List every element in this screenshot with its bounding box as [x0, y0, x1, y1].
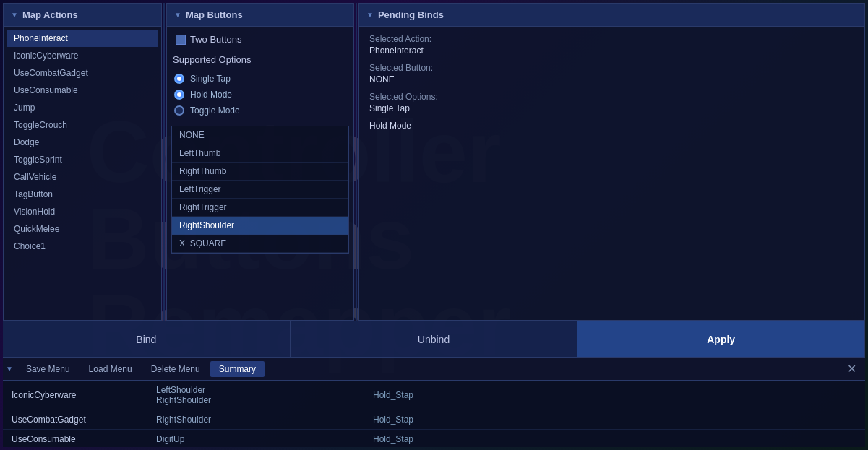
pending-binds-content: Selected Action: PhoneInteract Selected …: [359, 27, 864, 320]
summary-table: IconicCyberwareLeftShoulder RightShoulde…: [3, 381, 865, 447]
button-list-item[interactable]: RightShoulder: [172, 217, 348, 235]
divider-2: [356, 3, 357, 321]
button-type-label: Two Buttons: [190, 34, 242, 45]
pending-option-value: Hold Mode: [369, 121, 854, 131]
button-dropdown-area[interactable]: NONELeftThumbRightThumbLeftTriggerRightT…: [171, 126, 349, 254]
map-actions-list: PhoneInteractIconicCyberwareUseCombatGad…: [7, 30, 158, 255]
radio-circle: [174, 105, 184, 116]
button-type-indicator: [176, 35, 186, 45]
table-cell-action: UseCombatGadget: [3, 410, 147, 430]
button-list-item[interactable]: LeftTrigger: [172, 181, 348, 199]
pending-binds-panel: ▼ Pending Binds Selected Action: PhoneIn…: [358, 3, 865, 321]
map-buttons-content: Two Buttons Supported Options Single Tap…: [167, 27, 353, 320]
save-menu-tab[interactable]: Save Menu: [17, 361, 79, 377]
bind-button[interactable]: Bind: [3, 321, 291, 357]
map-buttons-dropdown-arrow: ▼: [174, 11, 181, 19]
action-item[interactable]: ToggleSprint: [7, 151, 158, 168]
map-buttons-header: ▼ Map Buttons: [167, 4, 353, 27]
action-item[interactable]: ToggleCrouch: [7, 116, 158, 134]
summary-table-container: IconicCyberwareLeftShoulder RightShoulde…: [3, 380, 865, 447]
supported-options-label: Supported Options: [171, 54, 349, 65]
action-item[interactable]: TagButton: [7, 186, 158, 203]
panels-row: ▼ Map Actions PhoneInteractIconicCyberwa…: [3, 3, 865, 321]
button-list-item[interactable]: LeftThumb: [172, 144, 348, 163]
pending-binds-title: Pending Binds: [378, 9, 444, 20]
radio-options: Single TapHold ModeToggle Mode: [171, 71, 349, 118]
table-row[interactable]: UseCombatGadgetRightShoulderHold_Stap: [3, 410, 865, 430]
radio-circle: [174, 74, 184, 84]
table-row[interactable]: UseConsumableDigitUpHold_Stap: [3, 430, 865, 448]
action-item[interactable]: QuickMelee: [7, 220, 158, 238]
pending-binds-dropdown-arrow: ▼: [366, 11, 374, 19]
unbind-button[interactable]: Unbind: [291, 321, 578, 357]
selected-button-label: Selected Button:: [369, 63, 854, 73]
radio-label: Hold Mode: [190, 90, 232, 100]
map-actions-panel: ▼ Map Actions PhoneInteractIconicCyberwa…: [3, 3, 162, 321]
table-cell-buttons: LeftShoulder RightShoulder: [147, 381, 364, 410]
bind-bar: Bind Unbind Apply: [3, 321, 865, 357]
pending-binds-header: ▼ Pending Binds: [359, 4, 864, 27]
radio-option[interactable]: Hold Mode: [171, 87, 349, 103]
button-list-item[interactable]: RightTrigger: [172, 199, 348, 217]
map-actions-content: PhoneInteractIconicCyberwareUseCombatGad…: [4, 27, 161, 320]
table-cell-action: IconicCyberware: [3, 381, 147, 410]
action-item[interactable]: VisionHold: [7, 203, 158, 220]
summary-bar: ▼ Save Menu Load Menu Delete Menu Summar…: [3, 357, 865, 380]
action-item[interactable]: PhoneInteract: [7, 30, 158, 47]
selected-button-value: NONE: [369, 74, 854, 85]
table-cell-mode: Hold_Stap: [364, 381, 865, 410]
action-item[interactable]: Dodge: [7, 134, 158, 151]
pending-option-value: Single Tap: [369, 103, 854, 113]
summary-close-button[interactable]: ✕: [841, 359, 862, 378]
map-buttons-title: Map Buttons: [186, 9, 243, 20]
map-actions-header: ▼ Map Actions: [4, 4, 161, 27]
action-item[interactable]: IconicCyberware: [7, 47, 158, 64]
summary-dropdown-arrow: ▼: [6, 365, 13, 373]
button-list-item[interactable]: RightThumb: [172, 163, 348, 181]
button-list-item[interactable]: NONE: [172, 126, 348, 144]
button-type-bar[interactable]: Two Buttons: [171, 31, 349, 48]
apply-button[interactable]: Apply: [577, 321, 865, 357]
selected-action-label: Selected Action:: [369, 34, 854, 44]
map-actions-dropdown-arrow: ▼: [11, 11, 18, 19]
selected-action-value: PhoneInteract: [369, 46, 854, 56]
radio-option[interactable]: Toggle Mode: [171, 103, 349, 118]
map-actions-title: Map Actions: [22, 9, 78, 20]
radio-option[interactable]: Single Tap: [171, 71, 349, 87]
action-item[interactable]: UseCombatGadget: [7, 64, 158, 82]
table-cell-mode: Hold_Stap: [364, 430, 865, 448]
table-cell-buttons: RightShoulder: [147, 410, 364, 430]
table-cell-action: UseConsumable: [3, 430, 147, 448]
selected-options-label: Selected Options:: [369, 92, 854, 102]
table-cell-mode: Hold_Stap: [364, 410, 865, 430]
radio-circle: [174, 90, 184, 100]
summary-tab[interactable]: Summary: [210, 361, 265, 377]
ui-overlay: ▼ Map Actions PhoneInteractIconicCyberwa…: [0, 0, 868, 450]
action-item[interactable]: UseConsumable: [7, 82, 158, 99]
table-cell-buttons: DigitUp: [147, 430, 364, 448]
table-row[interactable]: IconicCyberwareLeftShoulder RightShoulde…: [3, 381, 865, 410]
divider-1: [163, 3, 165, 321]
load-menu-tab[interactable]: Load Menu: [80, 361, 141, 377]
summary-table-body: IconicCyberwareLeftShoulder RightShoulde…: [3, 381, 865, 447]
pending-options-list: Single TapHold Mode: [369, 103, 854, 131]
delete-menu-tab[interactable]: Delete Menu: [142, 361, 209, 377]
action-item[interactable]: Choice1: [7, 238, 158, 255]
button-list: NONELeftThumbRightThumbLeftTriggerRightT…: [172, 126, 348, 253]
radio-label: Single Tap: [190, 74, 231, 84]
map-buttons-panel: ▼ Map Buttons Two Buttons Supported Opti…: [166, 3, 354, 321]
action-item[interactable]: CallVehicle: [7, 168, 158, 186]
action-item[interactable]: Jump: [7, 99, 158, 116]
radio-label: Toggle Mode: [190, 105, 240, 116]
button-list-item[interactable]: X_SQUARE: [172, 235, 348, 253]
